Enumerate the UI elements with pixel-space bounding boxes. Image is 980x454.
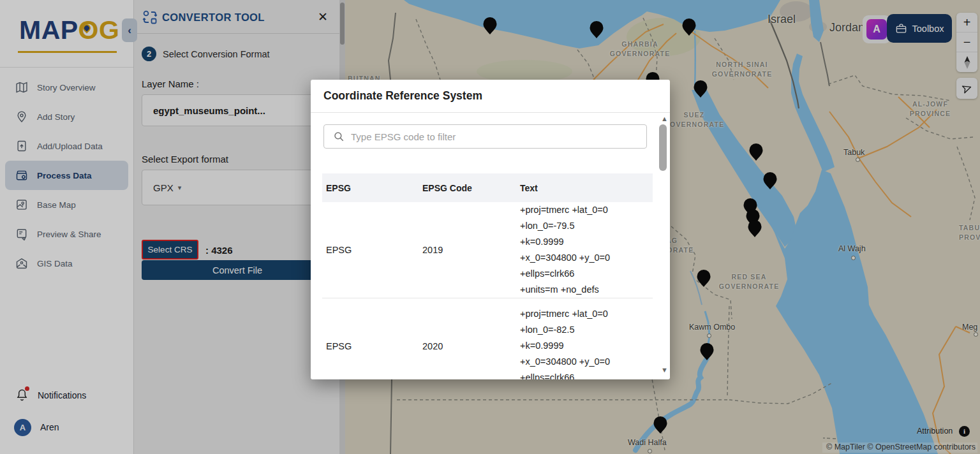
app-window: Israel Jordan GHARBIA GOVERNORATE NORTH …	[0, 0, 980, 454]
modal-scrollbar-thumb[interactable]	[659, 124, 667, 171]
crs-table: EPSG EPSG Code Text EPSG 2019 +proj=tmer…	[322, 173, 653, 379]
search-icon	[333, 131, 345, 142]
epsg-search-input[interactable]	[351, 131, 646, 142]
scroll-down-icon[interactable]: ▼	[661, 366, 668, 374]
cell-epsg: EPSG	[326, 341, 422, 351]
cell-epsg-code: 2020	[422, 341, 520, 351]
crs-modal: Coordinate Reference System EPSG EPSG Co…	[311, 80, 670, 379]
cell-proj-text: +proj=tmerc +lat_0=0 +lon_0=-82.5 +k=0.9…	[520, 306, 653, 379]
scroll-up-icon[interactable]: ▲	[661, 115, 668, 122]
table-row[interactable]: EPSG 2020 +proj=tmerc +lat_0=0 +lon_0=-8…	[322, 298, 653, 379]
epsg-search-box	[323, 124, 647, 149]
header-epsg: EPSG	[326, 183, 422, 193]
cell-epsg-code: 2019	[422, 245, 520, 255]
table-row[interactable]: EPSG 2019 +proj=tmerc +lat_0=0 +lon_0=-7…	[322, 202, 653, 298]
cell-proj-text: +proj=tmerc +lat_0=0 +lon_0=-79.5 +k=0.9…	[520, 202, 653, 298]
modal-title: Coordinate Reference System	[311, 80, 670, 113]
crs-table-header: EPSG EPSG Code Text	[322, 173, 653, 202]
header-epsg-code: EPSG Code	[422, 183, 520, 193]
cell-epsg: EPSG	[326, 245, 422, 255]
header-text: Text	[520, 183, 653, 193]
